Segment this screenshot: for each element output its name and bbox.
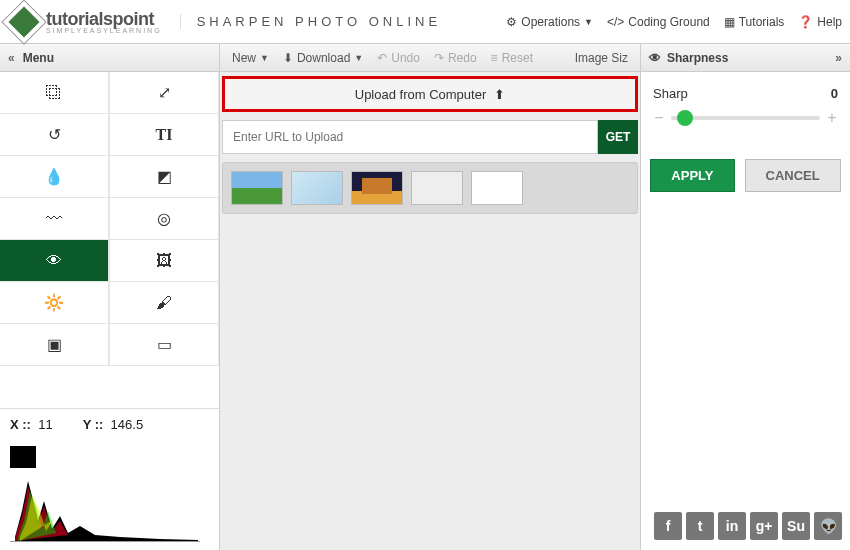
- social-bar: f t in g+ Su 👽: [641, 506, 850, 550]
- target-icon: ◎: [157, 209, 171, 228]
- minus-icon[interactable]: −: [653, 109, 665, 127]
- tool-crop[interactable]: ⿻: [0, 72, 109, 114]
- drop-icon: 💧: [44, 167, 64, 186]
- linkedin-icon[interactable]: in: [718, 512, 746, 540]
- tool-image[interactable]: 🖼: [109, 240, 219, 282]
- logo[interactable]: tutorialspoint SIMPLYEASYLEARNING: [8, 6, 162, 38]
- tool-frame[interactable]: ▭: [109, 324, 219, 366]
- eye-icon: 👁: [46, 252, 62, 270]
- canvas-panel: New▼ ⬇Download▼ ↶Undo ↷Redo ≡Reset Image…: [220, 44, 640, 550]
- coords-readout: X :: 11 Y :: 146.5: [0, 408, 219, 440]
- slider-knob[interactable]: [677, 110, 693, 126]
- tb-undo[interactable]: ↶Undo: [377, 51, 420, 65]
- artboard-icon: ▣: [47, 335, 62, 354]
- workarea: « Menu ⿻ ⤢ ↺ TI 💧 ◩ 〰 ◎ 👁 🖼: [0, 44, 850, 550]
- thumb-sample-3[interactable]: [351, 171, 403, 205]
- caret-down-icon: ▼: [260, 53, 269, 63]
- brush-icon: 🖌: [156, 294, 172, 312]
- nav-help[interactable]: ❓Help: [798, 15, 842, 29]
- crop-icon: ⿻: [46, 84, 62, 102]
- thumb-sample-2[interactable]: [291, 171, 343, 205]
- text-icon: TI: [156, 126, 173, 144]
- tool-drop[interactable]: 💧: [0, 156, 109, 198]
- collapse-left-icon[interactable]: «: [8, 51, 15, 65]
- undo-icon: ↶: [377, 51, 387, 65]
- sharp-slider: − +: [653, 109, 838, 127]
- histogram: [10, 472, 200, 542]
- tool-grid: ⿻ ⤢ ↺ TI 💧 ◩ 〰 ◎ 👁 🖼 🔆 🖌: [0, 72, 219, 366]
- tool-wave[interactable]: 〰: [0, 198, 109, 240]
- caret-down-icon: ▼: [584, 17, 593, 27]
- thumb-sample-1[interactable]: [231, 171, 283, 205]
- logo-mark-icon: [1, 0, 46, 44]
- nav-operations[interactable]: ⚙Operations▼: [506, 15, 593, 29]
- right-panel-header: 👁 Sharpness »: [641, 44, 850, 72]
- tool-eye[interactable]: 👁: [0, 240, 109, 282]
- get-button[interactable]: GET: [598, 120, 638, 154]
- tool-brush[interactable]: 🖌: [109, 282, 219, 324]
- cancel-button[interactable]: CANCEL: [745, 159, 841, 192]
- eye-icon: 👁: [649, 51, 661, 65]
- wave-icon: 〰: [46, 210, 62, 228]
- sharpness-controls: Sharp 0 − + APPLY CANCEL: [641, 72, 850, 206]
- right-panel: 👁 Sharpness » Sharp 0 − + APPLY CANCEL f…: [640, 44, 850, 550]
- url-input[interactable]: [222, 120, 598, 154]
- expand-icon: ⤢: [158, 83, 171, 102]
- param-label: Sharp: [653, 86, 688, 101]
- tb-redo[interactable]: ↷Redo: [434, 51, 477, 65]
- stumbleupon-icon[interactable]: Su: [782, 512, 810, 540]
- tb-new[interactable]: New▼: [232, 51, 269, 65]
- reddit-icon[interactable]: 👽: [814, 512, 842, 540]
- tool-rotate[interactable]: ↺: [0, 114, 109, 156]
- coord-y: 146.5: [111, 417, 144, 432]
- levels-icon: ◩: [157, 167, 172, 186]
- tool-levels[interactable]: ◩: [109, 156, 219, 198]
- left-panel-title: Menu: [23, 51, 54, 65]
- redo-icon: ↷: [434, 51, 444, 65]
- download-icon: ⬇: [283, 51, 293, 65]
- url-upload-row: GET: [222, 120, 638, 154]
- histogram-panel: [0, 440, 219, 550]
- page-title: SHARPEN PHOTO ONLINE: [180, 14, 441, 29]
- tool-target[interactable]: ◎: [109, 198, 219, 240]
- histogram-icon: [10, 471, 200, 541]
- tool-fullscreen[interactable]: ⤢: [109, 72, 219, 114]
- tool-lasso[interactable]: 🔆: [0, 282, 109, 324]
- code-icon: </>: [607, 15, 624, 29]
- left-panel-header: « Menu: [0, 44, 219, 72]
- tool-text[interactable]: TI: [109, 114, 219, 156]
- collapse-right-icon[interactable]: »: [835, 51, 842, 65]
- googleplus-icon[interactable]: g+: [750, 512, 778, 540]
- twitter-icon[interactable]: t: [686, 512, 714, 540]
- sitemap-icon: ⚙: [506, 15, 517, 29]
- sample-thumbnails: [222, 162, 638, 214]
- color-swatch[interactable]: [10, 446, 36, 468]
- thumb-sample-4[interactable]: [411, 171, 463, 205]
- caret-down-icon: ▼: [354, 53, 363, 63]
- topbar: tutorialspoint SIMPLYEASYLEARNING SHARPE…: [0, 0, 850, 44]
- coord-x: 11: [38, 417, 52, 432]
- tool-artboard[interactable]: ▣: [0, 324, 109, 366]
- slider-track[interactable]: [671, 116, 820, 120]
- plus-icon[interactable]: +: [826, 109, 838, 127]
- rotate-icon: ↺: [48, 125, 61, 144]
- apply-button[interactable]: APPLY: [650, 159, 734, 192]
- nav-tutorials[interactable]: ▦Tutorials: [724, 15, 785, 29]
- facebook-icon[interactable]: f: [654, 512, 682, 540]
- right-panel-title: Sharpness: [667, 51, 728, 65]
- nav-coding-ground[interactable]: </>Coding Ground: [607, 15, 710, 29]
- image-icon: 🖼: [156, 252, 172, 270]
- tb-download[interactable]: ⬇Download▼: [283, 51, 363, 65]
- center-toolbar: New▼ ⬇Download▼ ↶Undo ↷Redo ≡Reset Image…: [220, 44, 640, 72]
- tb-reset[interactable]: ≡Reset: [491, 51, 533, 65]
- frame-icon: ▭: [157, 335, 172, 354]
- help-icon: ❓: [798, 15, 813, 29]
- upload-from-computer-button[interactable]: Upload from Computer ⬆: [222, 76, 638, 112]
- lasso-icon: 🔆: [44, 293, 64, 312]
- topnav: ⚙Operations▼ </>Coding Ground ▦Tutorials…: [506, 15, 842, 29]
- reset-icon: ≡: [491, 51, 498, 65]
- thumb-sample-5[interactable]: [471, 171, 523, 205]
- tb-image-size[interactable]: Image Siz: [575, 51, 628, 65]
- left-panel: « Menu ⿻ ⤢ ↺ TI 💧 ◩ 〰 ◎ 👁 🖼: [0, 44, 220, 550]
- param-value: 0: [831, 86, 838, 101]
